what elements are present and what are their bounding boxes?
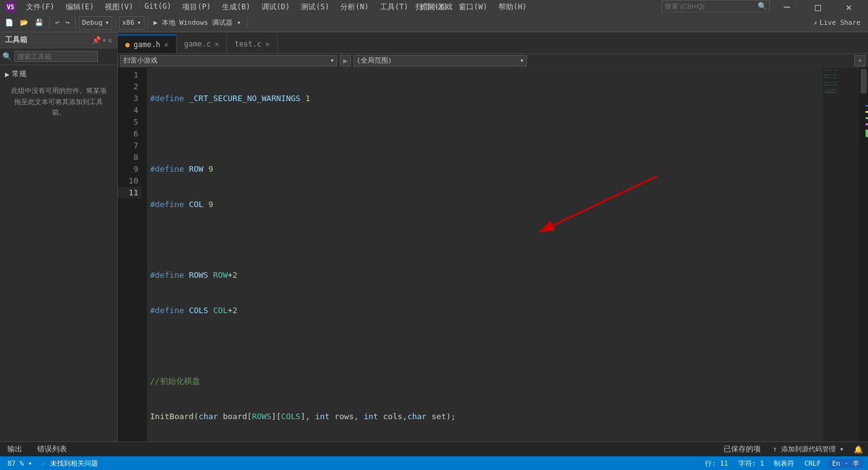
maximize-button[interactable]: □ xyxy=(804,0,832,14)
vertical-scrollbar[interactable] xyxy=(859,68,868,441)
error-list-tab[interactable]: 错误列表 xyxy=(35,444,69,454)
live-share-label: Live Share xyxy=(820,19,861,27)
token: 2 xyxy=(232,304,237,316)
tab-game-c-close[interactable]: ✕ xyxy=(215,40,219,48)
toolbox-section-header[interactable]: ▶ 常规 xyxy=(0,68,117,81)
char-label: 字符: 1 xyxy=(738,459,764,468)
line-label: 行: 11 xyxy=(705,459,728,468)
scroll-indicator-yellow xyxy=(866,111,868,113)
ln-4: 4 xyxy=(118,104,142,116)
dropdown-icon[interactable]: ▾ xyxy=(102,36,107,45)
menu-bar: 文件(F) 编辑(E) 视图(V) Git(G) 项目(P) 生成(B) 调试(… xyxy=(21,0,532,16)
open-button[interactable]: 📂 xyxy=(17,16,31,30)
menu-edit[interactable]: 编辑(E) xyxy=(61,1,99,14)
minimap: #define _CRT... #define ROW 9 #define CO… xyxy=(822,68,859,441)
add-btn[interactable]: + xyxy=(854,55,866,66)
scrollbar-thumb[interactable] xyxy=(861,69,867,94)
token: InitBoard xyxy=(150,410,193,422)
tab-mode-indicator[interactable]: 制表符 xyxy=(771,459,797,468)
ln-10: 10 xyxy=(118,175,142,187)
menu-git[interactable]: Git(G) xyxy=(140,1,176,14)
code-line-5 xyxy=(150,234,822,246)
code-content[interactable]: #define _CRT_SECURE_NO_WARNINGS 1 #defin… xyxy=(148,68,822,441)
output-tab[interactable]: 输出 xyxy=(5,444,25,454)
token: 9 xyxy=(208,163,213,175)
menu-window[interactable]: 窗口(W) xyxy=(454,1,492,14)
saved-items-label: 已保存的项 xyxy=(724,445,761,453)
token xyxy=(203,163,208,175)
scope-dropdown[interactable]: (全局范围) ▾ xyxy=(353,55,527,66)
ln-7: 7 xyxy=(118,140,142,151)
minimize-button[interactable]: ─ xyxy=(773,0,801,14)
token: #define xyxy=(150,92,184,104)
token: char xyxy=(407,410,427,422)
token: + xyxy=(228,269,232,281)
toolbox-close-icon[interactable]: ✕ xyxy=(108,36,112,45)
toolbox-search-input[interactable] xyxy=(14,51,98,62)
token: set); xyxy=(427,410,456,422)
save-button[interactable]: 💾 xyxy=(32,16,46,30)
close-button[interactable]: ✕ xyxy=(835,0,863,14)
save-icon: 💾 xyxy=(35,19,43,27)
search-box[interactable]: 🔍 xyxy=(662,0,770,12)
pin-icon[interactable]: 📌 xyxy=(92,36,101,45)
tab-test-c[interactable]: test.c ✕ xyxy=(227,35,278,53)
menu-debug[interactable]: 调试(D) xyxy=(257,1,295,14)
sep2 xyxy=(75,17,76,29)
ln-8: 8 xyxy=(118,151,142,163)
no-issues-indicator[interactable]: ✓ 未找到相关问题 xyxy=(40,459,100,468)
menu-file[interactable]: 文件(F) xyxy=(21,1,60,14)
zoom-label: 87 % xyxy=(7,459,24,468)
live-share-button[interactable]: ↗ Live Share xyxy=(808,19,866,27)
undo-button[interactable]: ↩ xyxy=(53,16,62,30)
platform-dropdown[interactable]: x86 ▾ xyxy=(119,16,144,30)
editor-wrapper: ● game.h ✕ game.c ✕ test.c ✕ 扫雷小游戏 ▾ ▶ (… xyxy=(118,32,868,441)
new-button[interactable]: 📄 xyxy=(2,16,16,30)
tab-game-h-close[interactable]: ✕ xyxy=(164,40,169,49)
encoding-indicator[interactable]: CRLF xyxy=(802,459,823,468)
line-numbers: 1 2 3 4 5 6 7 8 9 10 11 xyxy=(118,68,148,441)
menu-help[interactable]: 帮助(H) xyxy=(494,1,532,14)
token: 9 xyxy=(208,198,213,210)
tab-test-c-close[interactable]: ✕ xyxy=(265,40,270,48)
tab-game-c[interactable]: game.c ✕ xyxy=(177,35,228,53)
code-line-2 xyxy=(150,128,822,140)
ln-11: 11 xyxy=(118,187,142,198)
path-nav-btn[interactable]: ▶ xyxy=(340,55,351,66)
char-indicator[interactable]: 字符: 1 xyxy=(736,459,767,468)
notifications-icon[interactable]: 🔔 xyxy=(854,445,863,454)
debug-config-dropdown[interactable]: Debug ▾ xyxy=(79,16,112,30)
error-list-label: 错误列表 xyxy=(37,445,67,453)
language-indicator[interactable]: En · 半 xyxy=(828,459,863,468)
source-control-button[interactable]: ↑ 添加到源代码管理 ▾ xyxy=(773,445,844,454)
saved-items: 已保存的项 xyxy=(721,444,763,454)
menu-analyze[interactable]: 分析(N) xyxy=(335,1,374,14)
section-title: 常规 xyxy=(12,69,27,79)
token: #define xyxy=(150,198,184,210)
encoding-label: CRLF xyxy=(804,459,821,468)
ln-3: 3 xyxy=(118,92,142,104)
menu-tools[interactable]: 工具(T) xyxy=(375,1,414,14)
token xyxy=(208,269,213,281)
token: int xyxy=(315,410,329,422)
toolbox-search-icon: 🔍 xyxy=(2,52,12,61)
token: int xyxy=(363,410,378,422)
menu-view[interactable]: 视图(V) xyxy=(100,1,138,14)
search-input[interactable] xyxy=(665,2,758,10)
zoom-level[interactable]: 87 % ▾ xyxy=(5,459,35,468)
menu-build[interactable]: 生成(B) xyxy=(217,1,255,14)
toolbox-search: 🔍 xyxy=(0,48,117,65)
code-line-8 xyxy=(150,340,822,352)
project-dropdown[interactable]: 扫雷小游戏 ▾ xyxy=(120,55,337,66)
tab-game-h[interactable]: ● game.h ✕ xyxy=(118,35,177,53)
menu-project[interactable]: 项目(P) xyxy=(177,1,216,14)
sep5 xyxy=(247,17,247,29)
redo-button[interactable]: ↪ xyxy=(63,16,73,30)
token xyxy=(184,269,189,281)
run-button[interactable]: ▶ 本地 Windows 调试器 ▾ xyxy=(151,16,244,30)
menu-test[interactable]: 测试(S) xyxy=(296,1,334,14)
line-col-indicator[interactable]: 行: 11 xyxy=(702,459,731,468)
toolbox-empty-message: 此组中没有可用的控件。将某项拖至此文本可将其添加到工具箱。 xyxy=(11,87,107,117)
code-line-6: #define ROWS ROW+2 xyxy=(150,269,822,281)
toolbox-section-content: 此组中没有可用的控件。将某项拖至此文本可将其添加到工具箱。 xyxy=(0,81,117,123)
